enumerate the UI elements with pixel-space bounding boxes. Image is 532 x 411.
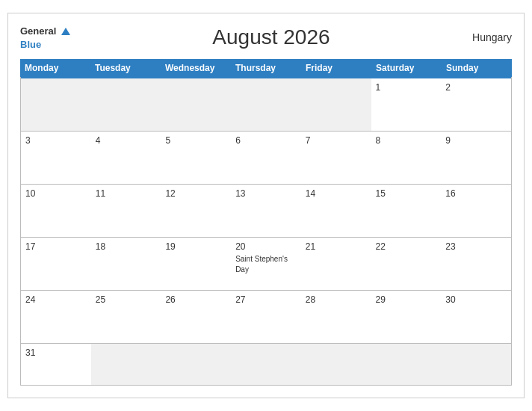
day-cell: 14 <box>301 185 371 237</box>
week-row-3: 10111213141516 <box>21 184 511 237</box>
day-cell: 11 <box>91 185 161 237</box>
day-number: 25 <box>96 294 157 305</box>
week-row-5: 24252627282930 <box>21 290 511 343</box>
day-number: 27 <box>235 294 297 305</box>
day-cell <box>301 344 371 385</box>
day-cell: 1 <box>371 78 442 131</box>
day-cell: 16 <box>441 185 511 237</box>
day-cell: 5 <box>161 132 231 184</box>
day-number: 2 <box>445 82 507 93</box>
day-number: 5 <box>165 135 226 146</box>
day-number: 11 <box>96 188 157 199</box>
day-number: 12 <box>165 188 226 199</box>
day-cell: 7 <box>301 132 371 184</box>
day-cell: 28 <box>301 291 371 343</box>
day-cell: 18 <box>91 238 161 290</box>
day-cell: 19 <box>161 238 231 290</box>
day-number: 18 <box>96 241 157 252</box>
day-cell: 30 <box>441 291 511 343</box>
week-row-2: 3456789 <box>21 131 511 184</box>
day-cell <box>161 344 231 385</box>
day-number: 16 <box>445 188 507 199</box>
day-cell: 9 <box>441 132 511 184</box>
logo-triangle-icon <box>61 28 70 35</box>
day-number: 26 <box>165 294 226 305</box>
day-cell <box>161 78 231 131</box>
day-cell: 23 <box>441 238 511 290</box>
day-header-friday: Friday <box>301 59 371 77</box>
day-number: 13 <box>235 188 297 199</box>
day-number: 10 <box>25 188 87 199</box>
day-cell: 21 <box>301 238 371 290</box>
day-header-wednesday: Wednesday <box>161 59 231 77</box>
day-number: 15 <box>376 188 437 199</box>
day-cell: 26 <box>161 291 231 343</box>
day-cell: 25 <box>91 291 161 343</box>
day-number: 20 <box>235 241 297 252</box>
day-number: 6 <box>235 135 297 146</box>
day-number: 14 <box>306 188 367 199</box>
day-cell <box>91 344 161 385</box>
calendar-country: Hungary <box>472 31 512 43</box>
day-cell: 2 <box>441 78 511 131</box>
day-headers-row: MondayTuesdayWednesdayThursdayFridaySatu… <box>20 59 512 77</box>
day-number: 31 <box>25 347 87 358</box>
day-cell <box>21 78 91 131</box>
logo-general-text: General <box>20 25 56 37</box>
day-cell <box>231 78 301 131</box>
calendar-title: August 2026 <box>212 25 330 49</box>
day-cell <box>301 78 371 131</box>
day-cell <box>441 344 511 385</box>
day-header-sunday: Sunday <box>442 59 512 77</box>
day-cell: 17 <box>21 238 91 290</box>
day-cell: 12 <box>161 185 231 237</box>
day-number: 4 <box>96 135 157 146</box>
logo-blue-row: Blue <box>20 37 70 51</box>
day-cell: 13 <box>231 185 301 237</box>
day-header-saturday: Saturday <box>371 59 442 77</box>
day-number: 24 <box>25 294 87 305</box>
day-header-thursday: Thursday <box>231 59 301 77</box>
day-cell: 3 <box>21 132 91 184</box>
day-cell: 10 <box>21 185 91 237</box>
day-cell <box>91 78 161 131</box>
day-cell: 31 <box>21 344 91 385</box>
day-number: 19 <box>165 241 226 252</box>
day-cell: 27 <box>231 291 301 343</box>
day-cell <box>371 344 442 385</box>
week-row-4: 17181920Saint Stephen's Day212223 <box>21 237 511 290</box>
day-cell: 24 <box>21 291 91 343</box>
day-number: 7 <box>306 135 367 146</box>
day-cell: 8 <box>371 132 442 184</box>
day-number: 23 <box>445 241 507 252</box>
day-number: 3 <box>25 135 87 146</box>
day-number: 9 <box>445 135 507 146</box>
calendar: General Blue August 2026 Hungary MondayT… <box>7 13 525 398</box>
day-cell: 4 <box>91 132 161 184</box>
day-number: 1 <box>376 82 437 93</box>
calendar-header: General Blue August 2026 Hungary <box>20 21 512 53</box>
day-cell <box>231 344 301 385</box>
event-label: Saint Stephen's Day <box>235 255 288 274</box>
day-number: 21 <box>306 241 367 252</box>
week-row-1: 12 <box>21 77 511 131</box>
day-cell: 22 <box>371 238 442 290</box>
day-header-monday: Monday <box>20 59 90 77</box>
day-number: 8 <box>376 135 437 146</box>
day-number: 22 <box>376 241 437 252</box>
day-header-tuesday: Tuesday <box>90 59 161 77</box>
day-number: 28 <box>306 294 367 305</box>
day-number: 17 <box>25 241 87 252</box>
day-number: 30 <box>445 294 507 305</box>
week-row-6: 31 <box>21 343 511 385</box>
logo: General Blue <box>20 24 70 50</box>
logo-blue-text: Blue <box>20 39 41 50</box>
day-number: 29 <box>376 294 437 305</box>
day-cell: 20Saint Stephen's Day <box>231 238 301 290</box>
day-cell: 15 <box>371 185 442 237</box>
day-cell: 29 <box>371 291 442 343</box>
logo-general-row: General <box>20 24 70 37</box>
calendar-grid: 1234567891011121314151617181920Saint Ste… <box>20 77 512 386</box>
day-cell: 6 <box>231 132 301 184</box>
